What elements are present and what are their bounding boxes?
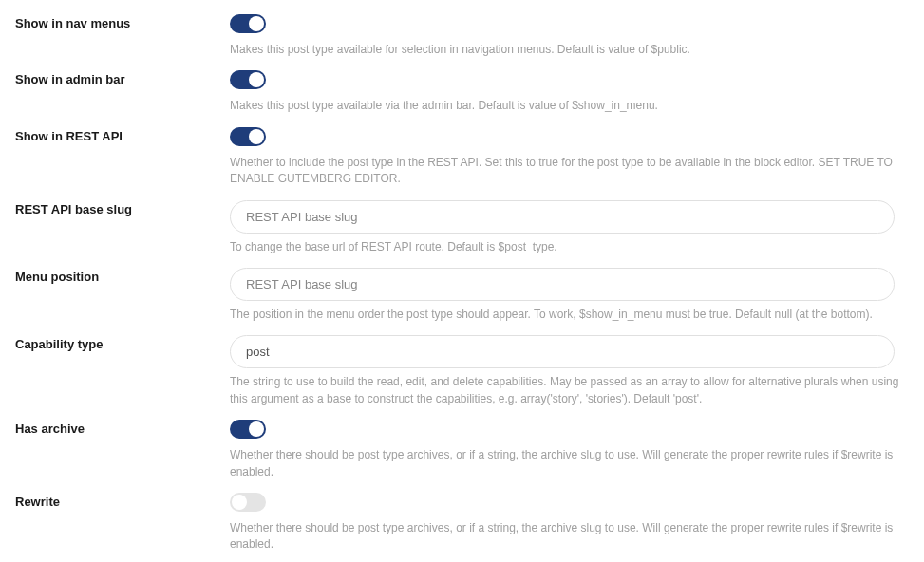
- field-show-in-admin-bar: Show in admin bar Makes this post type a…: [15, 62, 909, 118]
- field-has-archive: Has archive Whether there should be post…: [15, 411, 909, 484]
- input-rest-api-base-slug[interactable]: [230, 200, 895, 234]
- help-show-in-nav-menus: Makes this post type available for selec…: [230, 42, 909, 58]
- label-menu-position: Menu position: [15, 268, 230, 284]
- help-show-in-rest-api: Whether to include the post type in the …: [230, 155, 909, 188]
- input-capability-type[interactable]: [230, 335, 895, 368]
- field-show-in-nav-menus: Show in nav menus Makes this post type a…: [15, 6, 909, 62]
- help-show-in-admin-bar: Makes this post type available via the a…: [230, 98, 909, 114]
- help-menu-position: The position in the menu order the post …: [230, 307, 909, 323]
- label-show-in-rest-api: Show in REST API: [15, 127, 230, 143]
- input-menu-position[interactable]: [230, 268, 895, 301]
- field-rest-api-base-slug: REST API base slug To change the base ur…: [15, 192, 909, 259]
- field-query-var: Query var Sets the query_var key for thi…: [15, 557, 909, 562]
- help-rewrite: Whether there should be post type archiv…: [230, 520, 909, 553]
- label-show-in-nav-menus: Show in nav menus: [15, 14, 230, 30]
- label-rewrite: Rewrite: [15, 493, 230, 509]
- field-rewrite: Rewrite Whether there should be post typ…: [15, 484, 909, 557]
- toggle-show-in-admin-bar[interactable]: [230, 70, 266, 89]
- field-capability-type: Capability type The string to use to bui…: [15, 327, 909, 411]
- label-rest-api-base-slug: REST API base slug: [15, 200, 230, 216]
- help-rest-api-base-slug: To change the base url of REST API route…: [230, 239, 909, 255]
- label-show-in-admin-bar: Show in admin bar: [15, 70, 230, 86]
- toggle-show-in-nav-menus[interactable]: [230, 14, 266, 33]
- label-has-archive: Has archive: [15, 420, 230, 436]
- settings-form: Show in nav menus Makes this post type a…: [0, 0, 924, 562]
- toggle-has-archive[interactable]: [230, 420, 266, 439]
- toggle-show-in-rest-api[interactable]: [230, 127, 266, 146]
- help-capability-type: The string to use to build the read, edi…: [230, 374, 909, 407]
- help-has-archive: Whether there should be post type archiv…: [230, 447, 909, 480]
- label-capability-type: Capability type: [15, 335, 230, 351]
- field-menu-position: Menu position The position in the menu o…: [15, 259, 909, 327]
- field-show-in-rest-api: Show in REST API Whether to include the …: [15, 119, 909, 192]
- toggle-rewrite[interactable]: [230, 493, 266, 512]
